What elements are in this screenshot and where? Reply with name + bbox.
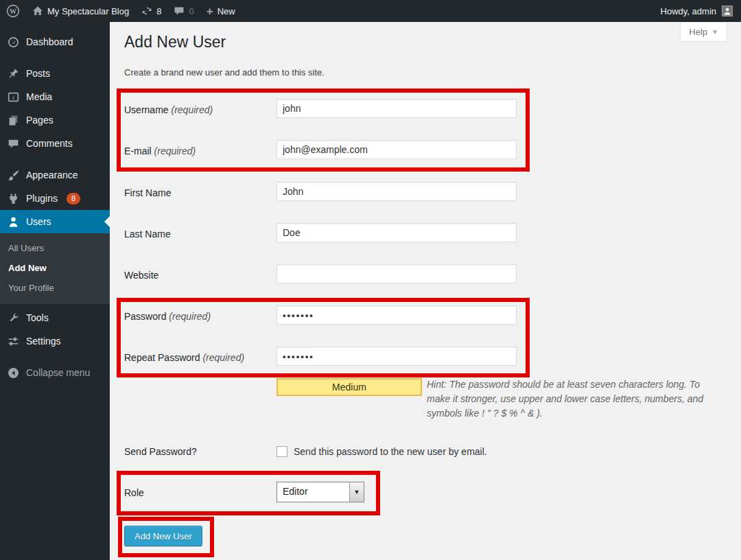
sidebar-item-label: Users (26, 216, 51, 227)
submenu-item-add-new[interactable]: Add New (0, 258, 110, 278)
password-label: Password (required) (124, 311, 272, 322)
send-password-checkbox[interactable] (277, 446, 287, 457)
password-hint: Hint: The password should be at least se… (244, 377, 705, 421)
site-name-link[interactable]: My Spectacular Blog (26, 0, 135, 22)
posts-icon (6, 68, 20, 80)
media-icon: ♪ (6, 91, 20, 103)
add-new-user-button[interactable]: Add New User (124, 526, 202, 546)
sidebar-item-label: Collapse menu (26, 367, 90, 378)
sidebar-item-posts[interactable]: Posts (0, 62, 110, 85)
sidebar-item-label: Pages (26, 115, 54, 126)
avatar[interactable] (722, 5, 733, 16)
plugins-icon (6, 193, 20, 205)
sidebar-item-appearance[interactable]: Appearance (0, 163, 110, 187)
site-name: My Spectacular Blog (47, 6, 129, 16)
website-input[interactable] (277, 264, 517, 283)
sidebar-item-users[interactable]: Users (0, 210, 110, 233)
admin-bar: W My Spectacular Blog 8 0 + New Howdy, a… (0, 0, 741, 22)
role-select[interactable]: Editor ▼ (277, 482, 364, 502)
username-label: Username (required) (124, 104, 272, 115)
collapse-icon (6, 367, 20, 379)
update-count: 8 (156, 6, 161, 16)
email-input[interactable] (277, 140, 517, 159)
dashboard-icon (6, 36, 20, 48)
updates-indicator[interactable]: 8 (135, 0, 167, 22)
page-title: Add New User (124, 33, 226, 51)
help-chevron-icon: ▼ (711, 28, 718, 36)
tools-icon (6, 312, 20, 324)
sidebar-item-label: Tools (26, 312, 49, 323)
hint-float-spacer (244, 377, 427, 408)
role-selected-value: Editor (277, 482, 349, 502)
wordpress-logo-icon: W (6, 4, 20, 18)
sidebar-item-label: Media (26, 91, 52, 102)
last-name-label: Last Name (124, 229, 272, 240)
sidebar-item-collapse-menu[interactable]: Collapse menu (0, 361, 110, 384)
first-name-label: First Name (124, 187, 272, 198)
password-input[interactable] (277, 305, 517, 325)
role-label: Role (124, 487, 272, 498)
page-subtitle: Create a brand new user and add them to … (124, 67, 325, 78)
sidebar-item-plugins[interactable]: Plugins 8 (0, 187, 110, 210)
submenu-item-your-profile[interactable]: Your Profile (0, 278, 110, 298)
sidebar-item-label: Appearance (26, 170, 78, 180)
howdy-text[interactable]: Howdy, admin (661, 6, 716, 16)
website-label: Website (124, 270, 272, 281)
main-content: Add New User Help ▼ Create a brand new u… (110, 22, 741, 560)
new-label: New (217, 6, 235, 16)
pages-icon (6, 115, 20, 126)
repeat-password-input[interactable] (277, 347, 517, 366)
plugins-update-badge: 8 (67, 193, 80, 205)
sidebar-item-label: Posts (26, 68, 50, 79)
admin-sidebar: Dashboard Posts ♪ Media Pages Comments A… (0, 22, 110, 560)
sidebar-item-tools[interactable]: Tools (0, 306, 110, 329)
current-menu-arrow (99, 216, 110, 227)
sidebar-item-comments[interactable]: Comments (0, 132, 110, 155)
sidebar-item-label: Comments (26, 138, 73, 149)
submenu-item-all-users[interactable]: All Users (0, 238, 110, 258)
comments-bubble-icon (174, 5, 185, 16)
send-password-label: Send Password? (124, 446, 272, 457)
send-password-checkbox-label[interactable]: Send this password to the new user by em… (294, 446, 487, 457)
select-arrow-icon[interactable]: ▼ (349, 482, 364, 502)
comment-count: 0 (189, 6, 193, 16)
svg-text:W: W (10, 8, 16, 15)
sidebar-item-label: Plugins (26, 193, 58, 204)
sidebar-item-label: Dashboard (26, 36, 73, 47)
users-submenu: All Users Add New Your Profile (0, 233, 110, 304)
comments-icon (6, 138, 20, 150)
users-icon (6, 216, 20, 228)
repeat-password-label: Repeat Password (required) (124, 352, 272, 363)
new-plus-icon: + (207, 5, 213, 17)
sidebar-item-settings[interactable]: Settings (0, 329, 110, 353)
first-name-input[interactable] (277, 182, 517, 201)
email-label: E-mail (required) (124, 145, 272, 156)
appearance-icon (6, 170, 20, 181)
svg-text:♪: ♪ (12, 93, 15, 101)
home-icon (32, 5, 43, 16)
comments-indicator[interactable]: 0 (167, 0, 200, 22)
settings-icon (6, 336, 20, 347)
updates-icon (141, 5, 152, 16)
help-button[interactable]: Help ▼ (680, 23, 727, 42)
sidebar-item-media[interactable]: ♪ Media (0, 85, 110, 108)
sidebar-item-dashboard[interactable]: Dashboard (0, 30, 110, 54)
sidebar-item-pages[interactable]: Pages (0, 108, 110, 132)
new-content-menu[interactable]: + New (200, 0, 242, 22)
help-label: Help (689, 27, 707, 37)
username-input[interactable] (277, 99, 517, 118)
last-name-input[interactable] (277, 223, 517, 242)
sidebar-item-label: Settings (26, 336, 61, 347)
wordpress-menu[interactable]: W (0, 0, 26, 22)
